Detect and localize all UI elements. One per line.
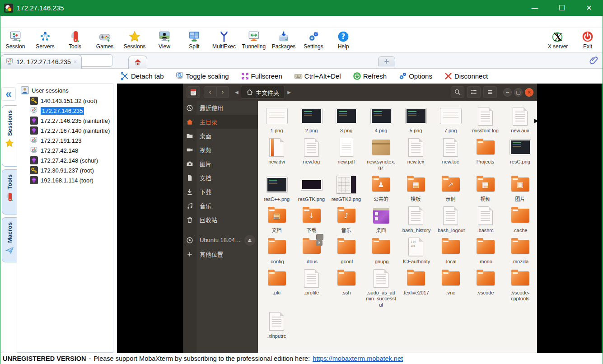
file-item[interactable]: .config [259,233,294,265]
toolbar-button[interactable]: Sessions [120,28,150,52]
toolbar-button[interactable]: X X server [543,28,573,52]
file-item[interactable]: ♪ 音乐 [329,202,364,233]
remote-desktop[interactable]: ‹ › ◂ 主文件夹 ▸ [117,84,603,353]
fm-minimize-button[interactable]: − [503,88,512,97]
toolbar-button[interactable]: Tools [60,28,90,52]
fm-maximize-button[interactable]: ▢ [514,88,523,97]
file-item[interactable]: .mozilla [503,233,537,265]
toolbar-button[interactable]: Packages [269,28,299,52]
session-tree-item[interactable]: 172.27.167.140 (rainturtle) [30,126,111,135]
toolbar-button[interactable]: Session [0,28,30,52]
file-item[interactable]: new.aux [503,103,537,134]
collapse-sidebar-button[interactable]: « [1,87,16,101]
file-item[interactable]: resGTK2.png [329,171,364,202]
paperclip-icon[interactable] [589,55,599,66]
file-item[interactable]: 1.png [259,103,294,134]
file-item[interactable]: resC.png [503,134,537,171]
mobatek-link[interactable]: https://mobaxterm.mobatek.net [313,355,403,362]
session-tree-item[interactable]: vc 172.27.146.235 [30,106,85,115]
view-toggle-button[interactable] [467,86,481,98]
toolbar-button[interactable]: Split [179,28,209,52]
session-tree-item[interactable]: 140.143.151.32 (root) [30,96,98,105]
file-item[interactable]: .dbus [294,233,329,265]
file-item[interactable]: resC++.png [259,171,294,202]
toolbar-button[interactable]: MultiExec [209,28,239,52]
toolbar-button[interactable]: Games [90,28,120,52]
file-item[interactable]: .xinputrc [259,308,294,339]
toolbar-button[interactable]: Tunneling [239,28,269,52]
places-item[interactable]: 下载 [183,185,258,199]
home-tab[interactable] [128,56,147,69]
close-button[interactable]: ✕ [575,0,603,16]
side-tab-macros[interactable]: Macros [2,217,17,262]
file-item[interactable]: 4.png [364,103,398,134]
file-item[interactable]: .ICEauthority [398,233,433,265]
file-item[interactable]: ▤ 模板 [398,171,433,202]
menu-button[interactable] [483,86,497,98]
session-tree-item[interactable]: vc 172.27.42.148 [30,146,79,155]
places-item[interactable]: 主目录 [183,115,258,129]
file-item[interactable]: .pki [259,265,294,308]
places-item[interactable]: 文档 [183,171,258,185]
path-location-button[interactable]: 主文件夹 [241,86,285,98]
file-item[interactable]: resGTK.png [294,171,329,202]
files-app-button[interactable] [187,86,200,98]
file-item[interactable]: .vnc [433,265,468,308]
session-toolbar-button[interactable]: Options [398,72,432,80]
session-toolbar-button[interactable]: Fullscreen [241,72,282,80]
session-tree-item[interactable]: vc 172.27.191.123 [30,136,83,145]
session-toolbar-button[interactable]: Toggle scaling [176,72,229,80]
places-item[interactable]: 视频 [183,143,258,157]
file-item[interactable]: new.synctex.gz [364,134,398,171]
session-tree-item[interactable]: 172.27.42.148 (schur) [30,156,99,165]
file-item[interactable]: new.log [294,134,329,171]
file-item[interactable]: .local [433,233,468,265]
file-item[interactable]: .sudo_as_admin_successful [364,265,398,308]
file-item[interactable]: .profile [294,265,329,308]
session-tree-root[interactable]: User sessions [17,84,113,95]
file-item[interactable]: ▦ 视频 [468,171,503,202]
file-item[interactable]: .texlive2017 [398,265,433,308]
file-item[interactable]: ↓ 下载 [294,202,329,233]
file-item[interactable]: new.dvi [259,134,294,171]
back-button[interactable]: ‹ [204,86,216,98]
places-item[interactable]: 回收站 [183,213,258,227]
path-next-icon[interactable]: ▸ [285,86,293,98]
places-item[interactable]: 最近使用 [183,101,258,115]
new-tab-button[interactable] [378,56,395,66]
file-item[interactable]: ↗ 示例 [433,171,468,202]
file-item[interactable]: .gnupg [364,233,398,265]
forward-button[interactable]: › [216,86,229,98]
eject-button[interactable] [244,235,255,246]
file-item[interactable]: .bashrc [468,202,503,233]
file-item[interactable]: Projects [468,134,503,171]
file-item[interactable]: 5.png [398,103,433,134]
places-item[interactable]: 桌面 [183,129,258,143]
file-item[interactable]: 2.png [294,103,329,134]
places-item[interactable]: 音乐 [183,199,258,213]
side-tab-sessions[interactable]: Sessions [2,105,17,167]
toolbar-button[interactable]: Settings [299,28,328,52]
session-tree-item[interactable]: 192.168.1.114 (toor) [30,176,95,185]
path-prev-icon[interactable]: ◂ [233,86,241,98]
fm-close-button[interactable]: ✕ [525,88,533,97]
file-item[interactable]: .bash_logout [433,202,468,233]
file-item[interactable]: .mono [468,233,503,265]
file-item[interactable]: new.tex [398,134,433,171]
session-toolbar-button[interactable]: Ctrl+Alt+Del [294,72,341,80]
session-toolbar-button[interactable]: Refresh [353,72,387,80]
file-item[interactable]: .cache [503,202,537,233]
session-tab[interactable]: vc 12. 172.27.146.235 × [0,55,82,69]
file-item[interactable]: 3.png [329,103,364,134]
search-button[interactable] [451,86,464,98]
file-item[interactable]: .vscode [468,265,503,308]
side-tab-tools[interactable]: Tools [2,169,17,215]
file-item[interactable]: 7.png [433,103,468,134]
file-item[interactable]: .gconf [329,233,364,265]
close-tab-icon[interactable]: × [74,59,77,65]
maximize-button[interactable]: ☐ [548,0,575,16]
file-item[interactable]: .bash_history [398,202,433,233]
session-toolbar-button[interactable]: Detach tab [121,72,164,80]
file-item[interactable]: ▤ 文档 [259,202,294,233]
file-item[interactable]: new.toc [433,134,468,171]
